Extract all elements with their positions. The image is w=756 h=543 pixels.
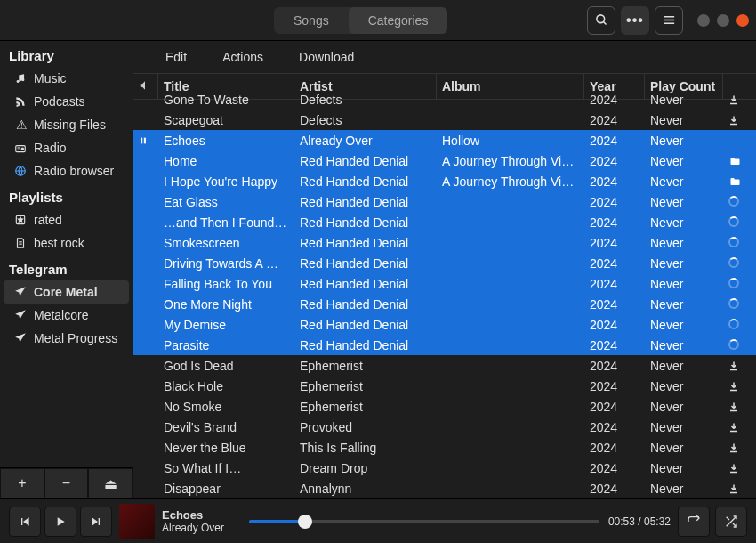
cell-playing bbox=[133, 221, 158, 224]
table-row[interactable]: Eat GlassRed Handed Denial2024Never bbox=[133, 191, 756, 212]
cell-year: 2024 bbox=[584, 234, 645, 252]
eject-button[interactable]: ⏏ bbox=[88, 468, 133, 498]
cell-year: 2024 bbox=[584, 152, 645, 170]
more-button[interactable]: ••• bbox=[621, 6, 649, 35]
music-icon bbox=[14, 72, 28, 85]
track-table: Title Artist Album Year Play Count Gone … bbox=[133, 73, 756, 498]
cell-year: 2024 bbox=[584, 132, 645, 150]
play-button[interactable] bbox=[44, 507, 76, 537]
table-row[interactable]: EchoesAlready OverHollow2024Never bbox=[133, 130, 756, 150]
cell-count: Never bbox=[645, 377, 723, 395]
now-playing: Echoes Already Over bbox=[162, 508, 242, 534]
window-dot-2[interactable] bbox=[717, 14, 729, 27]
core-metal-icon bbox=[14, 286, 28, 298]
table-row[interactable]: DisappearAnnalynn2024Never bbox=[133, 478, 756, 498]
table-row[interactable]: Gone To WasteDefects2024Never bbox=[133, 89, 756, 109]
table-row[interactable]: ParasiteRed Handed Denial2024Never bbox=[133, 335, 756, 355]
sidebar-item-metal-progress[interactable]: Metal Progress bbox=[0, 327, 133, 350]
add-button[interactable]: + bbox=[0, 468, 44, 498]
menu-actions[interactable]: Actions bbox=[222, 50, 263, 64]
table-body[interactable]: Gone To WasteDefects2024NeverScapegoatDe… bbox=[133, 89, 756, 498]
album-art[interactable] bbox=[119, 504, 155, 539]
table-row[interactable]: God Is DeadEphemerist2024Never bbox=[133, 355, 756, 376]
cell-artist: Red Handed Denial bbox=[294, 255, 437, 272]
next-button[interactable] bbox=[80, 507, 112, 537]
cell-status-icon bbox=[723, 93, 744, 107]
table-row[interactable]: So What If I…Dream Drop2024Never bbox=[133, 458, 756, 478]
tab-categories[interactable]: Categories bbox=[349, 7, 448, 34]
cell-status-icon bbox=[723, 174, 744, 189]
prev-button[interactable] bbox=[9, 507, 41, 537]
sidebar-item-label: Radio bbox=[34, 141, 67, 155]
sidebar-item-missing[interactable]: ⚠Missing Files bbox=[0, 113, 133, 136]
cell-year: 2024 bbox=[584, 173, 645, 190]
table-row[interactable]: …and Then I Found …Red Handed Denial2024… bbox=[133, 212, 756, 232]
cell-title: Falling Back To You bbox=[158, 275, 294, 293]
repeat-button[interactable] bbox=[678, 507, 710, 537]
view-tabs: Songs Categories bbox=[274, 7, 447, 34]
cell-album bbox=[437, 405, 584, 409]
seek-thumb[interactable] bbox=[298, 515, 312, 529]
search-button[interactable] bbox=[587, 6, 615, 35]
cell-album: Hollow bbox=[437, 132, 584, 150]
table-row[interactable]: Falling Back To YouRed Handed Denial2024… bbox=[133, 273, 756, 294]
table-row[interactable]: I Hope You're HappyRed Handed DenialA Jo… bbox=[133, 171, 756, 191]
cell-title: I Hope You're Happy bbox=[158, 173, 294, 190]
table-row[interactable]: Black HoleEphemerist2024Never bbox=[133, 376, 756, 396]
cell-playing bbox=[133, 405, 158, 409]
sidebar-item-label: Metal Progress bbox=[34, 331, 117, 345]
cell-count: Never bbox=[645, 193, 723, 211]
table-row[interactable]: Driving Towards A …Red Handed Denial2024… bbox=[133, 253, 756, 273]
cell-title: Never the Blue bbox=[158, 439, 294, 457]
cell-count: Never bbox=[645, 296, 723, 313]
cell-playing bbox=[133, 303, 158, 306]
metal-progress-icon bbox=[14, 332, 28, 344]
shuffle-button[interactable] bbox=[715, 507, 747, 537]
cell-count: Never bbox=[645, 480, 723, 498]
cell-title: …and Then I Found … bbox=[158, 214, 294, 231]
cell-title: Devil's Brand bbox=[158, 418, 294, 436]
best-rock-icon bbox=[14, 237, 28, 249]
menu-edit[interactable]: Edit bbox=[165, 50, 187, 64]
cell-year: 2024 bbox=[584, 398, 645, 416]
sidebar-item-rated[interactable]: rated bbox=[0, 208, 133, 231]
cell-artist: Ephemerist bbox=[294, 357, 437, 375]
sidebar-item-music[interactable]: Music bbox=[0, 67, 133, 90]
table-row[interactable]: SmokescreenRed Handed Denial2024Never bbox=[133, 232, 756, 253]
menu-download[interactable]: Download bbox=[299, 50, 354, 64]
window-dot-3[interactable] bbox=[736, 14, 749, 27]
tab-songs[interactable]: Songs bbox=[274, 7, 349, 34]
table-row[interactable]: ScapegoatDefects2024Never bbox=[133, 109, 756, 130]
cell-album: A Journey Through Vi… bbox=[437, 173, 584, 190]
cell-album bbox=[437, 200, 584, 204]
cell-playing bbox=[133, 159, 158, 163]
cell-title: No Smoke bbox=[158, 398, 294, 416]
table-row[interactable]: Devil's BrandProvoked2024Never bbox=[133, 417, 756, 437]
sidebar-item-podcasts[interactable]: Podcasts bbox=[0, 90, 133, 113]
cell-year: 2024 bbox=[584, 357, 645, 375]
window-dot-1[interactable] bbox=[697, 14, 710, 27]
hamburger-icon bbox=[663, 13, 676, 27]
remove-button[interactable]: − bbox=[44, 468, 89, 498]
table-row[interactable]: My DemiseRed Handed Denial2024Never bbox=[133, 314, 756, 335]
cell-year: 2024 bbox=[584, 193, 645, 211]
table-row[interactable]: HomeRed Handed DenialA Journey Through V… bbox=[133, 150, 756, 171]
sidebar-item-radio-browser[interactable]: Radio browser bbox=[0, 159, 133, 182]
cell-status-icon bbox=[723, 379, 744, 393]
table-row[interactable]: No SmokeEphemerist2024Never bbox=[133, 396, 756, 417]
sidebar-item-core-metal[interactable]: Core Metal bbox=[4, 280, 129, 304]
cell-status-icon bbox=[723, 400, 744, 414]
table-row[interactable]: Never the BlueThis Is Falling2024Never bbox=[133, 437, 756, 458]
table-row[interactable]: One More NightRed Handed Denial2024Never bbox=[133, 294, 756, 314]
sidebar-item-label: best rock bbox=[34, 236, 84, 250]
cell-count: Never bbox=[645, 336, 723, 354]
menu-button[interactable] bbox=[655, 6, 683, 35]
seek-bar[interactable] bbox=[249, 520, 599, 523]
cell-count: Never bbox=[645, 214, 723, 231]
cell-status-icon bbox=[723, 461, 744, 475]
repeat-icon bbox=[687, 515, 701, 529]
sidebar-item-radio[interactable]: Radio bbox=[0, 136, 133, 159]
sidebar-item-metalcore[interactable]: Metalcore bbox=[0, 304, 133, 327]
cell-artist: Red Handed Denial bbox=[294, 214, 437, 231]
sidebar-item-best-rock[interactable]: best rock bbox=[0, 231, 133, 255]
